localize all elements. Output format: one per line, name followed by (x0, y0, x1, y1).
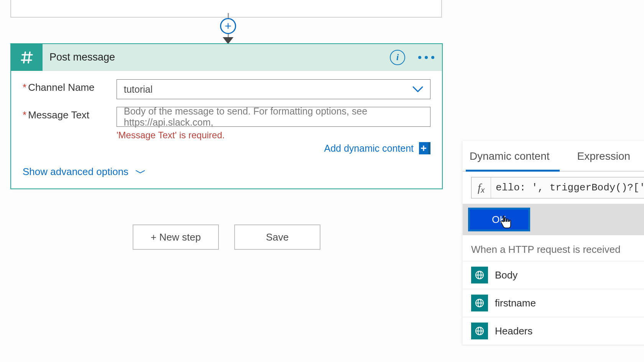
channel-name-select[interactable]: tutorial (117, 79, 430, 99)
token-label: Headers (495, 325, 532, 337)
svg-line-2 (24, 52, 25, 63)
dynamic-content-tabs: Dynamic content Expression (463, 141, 644, 172)
message-text-placeholder: Body of the message to send. For formatt… (124, 106, 423, 128)
token-label: firstname (495, 297, 536, 309)
token-headers[interactable]: Headers (463, 317, 644, 345)
token-body[interactable]: Body (463, 261, 644, 289)
http-token-icon (471, 295, 488, 311)
add-dynamic-content-button[interactable] (419, 142, 430, 154)
card-body: *Channel Name tutorial *Message Text Bod… (11, 71, 442, 188)
message-text-input[interactable]: Body of the message to send. For formatt… (117, 107, 430, 127)
message-text-error: 'Message Text' is required. (117, 130, 430, 141)
channel-name-label: *Channel Name (23, 79, 117, 93)
new-step-button[interactable]: + New step (133, 224, 219, 250)
ok-button[interactable]: OK (468, 208, 530, 231)
insert-step-button[interactable]: + (220, 18, 236, 34)
more-menu-button[interactable] (418, 56, 434, 59)
hash-icon (19, 50, 34, 65)
info-icon[interactable]: i (390, 50, 405, 65)
dot-icon (425, 56, 428, 59)
token-firstname[interactable]: firstname (463, 289, 644, 317)
tab-expression[interactable]: Expression (573, 141, 641, 172)
chevron-down-icon (412, 83, 423, 95)
token-section-title: When a HTTP request is received (463, 235, 644, 261)
flow-action-buttons: + New step Save (10, 224, 443, 250)
message-text-label: *Message Text (23, 107, 117, 121)
http-token-icon (471, 323, 488, 339)
expression-value: ello: ', triggerBody()?['f (491, 182, 644, 193)
fx-icon: fx (472, 177, 491, 198)
expression-input[interactable]: fx ello: ', triggerBody()?['f (471, 177, 644, 198)
slack-action-icon (11, 44, 43, 71)
http-token-icon (471, 267, 488, 283)
svg-line-3 (28, 52, 30, 63)
message-text-row: *Message Text Body of the message to sen… (23, 107, 430, 154)
post-message-card: Post message i *Channel Name tutorial (10, 43, 443, 189)
token-label: Body (495, 269, 518, 281)
dynamic-content-panel: Dynamic content Expression fx ello: ', t… (463, 141, 644, 345)
channel-name-value: tutorial (124, 84, 153, 95)
tab-dynamic-content[interactable]: Dynamic content (466, 141, 560, 172)
show-advanced-options-link[interactable]: Show advanced options (23, 166, 430, 178)
card-title: Post message (49, 51, 390, 63)
plus-icon (420, 145, 427, 152)
add-dynamic-content-link[interactable]: Add dynamic content (324, 143, 414, 154)
chevron-down-icon (135, 169, 145, 175)
dot-icon (418, 56, 421, 59)
card-header[interactable]: Post message i (11, 44, 442, 71)
flow-connector: + (219, 15, 238, 44)
dot-icon (431, 56, 434, 59)
channel-name-row: *Channel Name tutorial (23, 79, 430, 99)
ok-button-row: OK (463, 204, 644, 235)
save-button[interactable]: Save (234, 224, 320, 250)
cursor-pointer-icon (500, 215, 511, 229)
